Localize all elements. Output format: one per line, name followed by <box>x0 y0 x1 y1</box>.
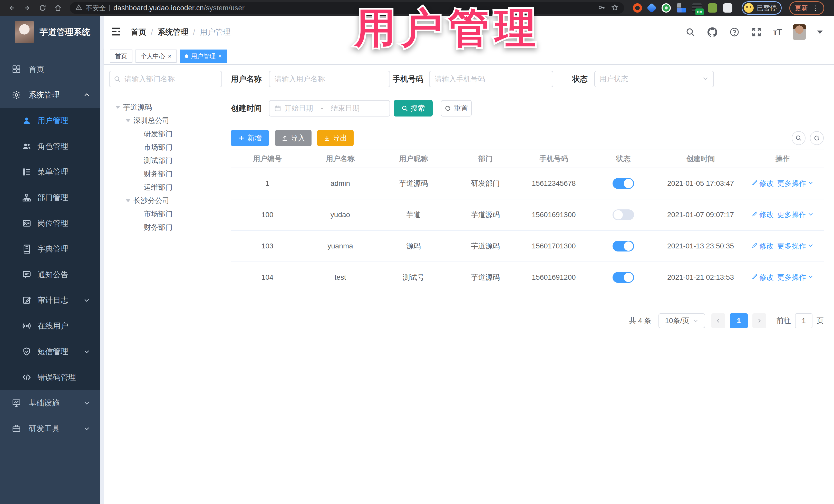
grid-extension-icon[interactable] <box>677 3 686 13</box>
browser-back-icon[interactable] <box>5 1 19 15</box>
browser-reload-icon[interactable] <box>36 1 49 15</box>
sidebar-item-5[interactable]: 部门管理 <box>0 185 100 211</box>
tree-node[interactable]: 市场部门 <box>115 207 226 221</box>
add-button[interactable]: 新增 <box>231 130 269 146</box>
green-circle-extension-icon[interactable] <box>662 3 671 13</box>
tree-node[interactable]: 运维部门 <box>115 181 226 194</box>
sidebar-item-4[interactable]: 菜单管理 <box>0 159 100 185</box>
goto-page-input[interactable] <box>795 313 812 328</box>
font-size-icon[interactable]: тT <box>773 27 782 37</box>
sidebar-item-2[interactable]: 用户管理 <box>0 108 100 133</box>
cell: yudao <box>304 211 377 219</box>
dept-search-input[interactable] <box>124 75 217 83</box>
edit-row-button[interactable]: 修改 <box>752 210 774 220</box>
tree-expand-icon[interactable] <box>115 106 123 109</box>
password-key-icon[interactable] <box>598 4 605 12</box>
cell: 1 <box>231 179 304 188</box>
sidebar-item-3[interactable]: 角色管理 <box>0 133 100 159</box>
status-select[interactable]: 用户状态 <box>594 71 714 87</box>
sidebar-item-14[interactable]: 研发工具 <box>0 416 100 441</box>
tab-close-icon[interactable]: × <box>168 53 171 59</box>
browser-update-button[interactable]: 更新 ⋮ <box>789 1 824 15</box>
next-page-button[interactable] <box>752 313 766 328</box>
gem-extension-icon[interactable] <box>647 3 657 13</box>
tree-expand-icon[interactable] <box>126 199 133 202</box>
tree-node[interactable]: 测试部门 <box>115 154 226 167</box>
sidebar-item-9[interactable]: 审计日志 <box>0 287 100 313</box>
edit-row-button[interactable]: 修改 <box>752 241 774 251</box>
sidebar-item-13[interactable]: 基础设施 <box>0 390 100 416</box>
bookmark-star-icon[interactable] <box>611 4 618 12</box>
sidebar-item-8[interactable]: 通知公告 <box>0 262 100 287</box>
switch-extension-icon[interactable]: on <box>692 3 702 13</box>
search-icon[interactable] <box>685 27 696 38</box>
edit-label: 修改 <box>759 241 774 251</box>
sidebar-item-12[interactable]: 错误码管理 <box>0 365 100 390</box>
browser-profile-button[interactable]: 已暂停 <box>742 1 782 15</box>
more-actions-button[interactable]: 更多操作 <box>777 210 814 220</box>
reset-button[interactable]: 重置 <box>441 100 471 116</box>
status-toggle[interactable] <box>613 210 634 220</box>
export-button[interactable]: 导出 <box>317 130 354 146</box>
refresh-round-button[interactable] <box>810 131 824 145</box>
github-icon[interactable] <box>707 27 718 38</box>
show-search-round-button[interactable] <box>792 131 806 145</box>
tree-node[interactable]: 研发部门 <box>115 127 226 140</box>
browser-home-icon[interactable] <box>51 1 65 15</box>
user-avatar[interactable] <box>793 24 806 40</box>
sidebar-item-7[interactable]: 字典管理 <box>0 236 100 262</box>
current-page-button[interactable]: 1 <box>730 313 748 328</box>
address-bar[interactable]: 不安全 dashboard.yudao.iocoder.cn/system/us… <box>70 2 624 14</box>
cell: admin <box>304 179 377 188</box>
help-icon[interactable] <box>729 27 740 38</box>
breadcrumb-item[interactable]: 首页 <box>131 27 146 38</box>
green-key-extension-icon[interactable] <box>708 3 717 13</box>
edit-row-button[interactable]: 修改 <box>752 272 774 282</box>
tree-node-label: 长沙分公司 <box>133 196 169 205</box>
status-toggle[interactable] <box>613 241 634 251</box>
status-toggle[interactable] <box>613 272 634 283</box>
tab-1[interactable]: 个人中心× <box>135 49 177 63</box>
dept-search-box[interactable] <box>109 71 222 87</box>
tab-close-icon[interactable]: × <box>218 53 222 59</box>
date-range-picker[interactable]: 开始日期 - 结束日期 <box>269 100 390 116</box>
edit-row-button[interactable]: 修改 <box>752 179 774 188</box>
sidebar-item-6[interactable]: 岗位管理 <box>0 211 100 236</box>
prev-page-button[interactable] <box>711 313 725 328</box>
app-logo-row[interactable]: 芋道管理系统 <box>0 16 100 48</box>
tree-node[interactable]: 芋道源码 <box>115 101 226 114</box>
sidebar-item-0[interactable]: 首页 <box>0 57 100 82</box>
tree-node[interactable]: 深圳总公司 <box>115 114 226 127</box>
tree-node[interactable]: 财务部门 <box>115 167 226 181</box>
sidebar-scrollbar[interactable] <box>100 16 104 504</box>
avatar-caret-icon[interactable] <box>817 30 823 34</box>
username-input[interactable] <box>274 75 385 83</box>
tree-node[interactable]: 财务部门 <box>115 221 226 234</box>
puzzle-extension-icon[interactable] <box>723 3 732 13</box>
tree-node[interactable]: 市场部门 <box>115 140 226 154</box>
sidebar-item-11[interactable]: 短信管理 <box>0 339 100 365</box>
browser-forward-icon[interactable] <box>21 1 34 15</box>
mobile-input[interactable] <box>434 75 548 83</box>
status-toggle[interactable] <box>613 178 634 189</box>
more-actions-button[interactable]: 更多操作 <box>777 272 814 282</box>
import-button[interactable]: 导入 <box>275 130 311 146</box>
collapse-menu-icon[interactable] <box>110 26 123 38</box>
sidebar-item-10[interactable]: 在线用户 <box>0 313 100 339</box>
breadcrumb-item[interactable]: 系统管理 <box>158 27 188 38</box>
sidebar-item-1[interactable]: 系统管理 <box>0 82 100 108</box>
tree-expand-icon[interactable] <box>126 119 133 122</box>
browser-menu-icon[interactable]: ⋮ <box>812 5 819 11</box>
infrastructure-icon <box>11 398 22 408</box>
tab-2[interactable]: 用户管理× <box>180 49 227 63</box>
search-button[interactable]: 搜索 <box>394 100 433 116</box>
more-actions-button[interactable]: 更多操作 <box>777 179 814 188</box>
more-actions-button[interactable]: 更多操作 <box>777 241 814 251</box>
tree-node[interactable]: 长沙分公司 <box>115 194 226 207</box>
mobile-field[interactable] <box>429 71 553 87</box>
fullscreen-icon[interactable] <box>751 27 762 38</box>
ubuntu-extension-icon[interactable] <box>633 3 642 13</box>
username-field[interactable] <box>269 71 390 87</box>
page-size-select[interactable]: 10条/页 <box>658 313 705 328</box>
tab-0[interactable]: 首页 <box>110 49 132 63</box>
